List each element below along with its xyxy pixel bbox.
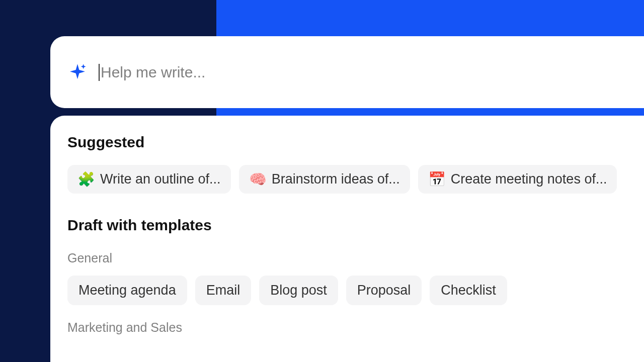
template-chip-proposal[interactable]: Proposal — [346, 276, 422, 305]
suggested-chip-brainstorm[interactable]: 🧠 Brainstorm ideas of... — [239, 165, 410, 194]
chip-label: Write an outline of... — [100, 171, 221, 187]
template-chip-blog-post[interactable]: Blog post — [259, 276, 338, 305]
template-chip-checklist[interactable]: Checklist — [430, 276, 507, 305]
sparkle-icon — [67, 62, 88, 82]
suggested-title: Suggested — [67, 134, 627, 151]
template-chip-email[interactable]: Email — [195, 276, 252, 305]
template-chip-meeting-agenda[interactable]: Meeting agenda — [67, 276, 187, 305]
text-cursor — [99, 64, 100, 81]
prompt-placeholder: Help me write... — [101, 64, 205, 81]
templates-title: Draft with templates — [67, 217, 627, 234]
suggested-chips-row: 🧩 Write an outline of... 🧠 Brainstorm id… — [67, 165, 627, 194]
prompt-input-wrapper[interactable]: Help me write... — [99, 64, 644, 81]
prompt-input-card: Help me write... — [50, 36, 644, 108]
chip-label: Create meeting notes of... — [451, 171, 607, 187]
template-group-general-label: General — [67, 251, 627, 265]
suggested-chip-meeting-notes[interactable]: 📅 Create meeting notes of... — [418, 165, 617, 194]
suggested-chip-outline[interactable]: 🧩 Write an outline of... — [67, 165, 231, 194]
template-chips-general: Meeting agenda Email Blog post Proposal … — [67, 276, 627, 305]
chip-label: Brainstorm ideas of... — [272, 171, 400, 187]
calendar-icon: 📅 — [428, 171, 446, 188]
templates-section: Draft with templates General Meeting age… — [67, 217, 627, 335]
brain-icon: 🧠 — [249, 171, 267, 188]
puzzle-icon: 🧩 — [77, 171, 95, 188]
template-group-marketing-label: Marketing and Sales — [67, 320, 627, 335]
suggestions-panel: Suggested 🧩 Write an outline of... 🧠 Bra… — [50, 116, 644, 362]
